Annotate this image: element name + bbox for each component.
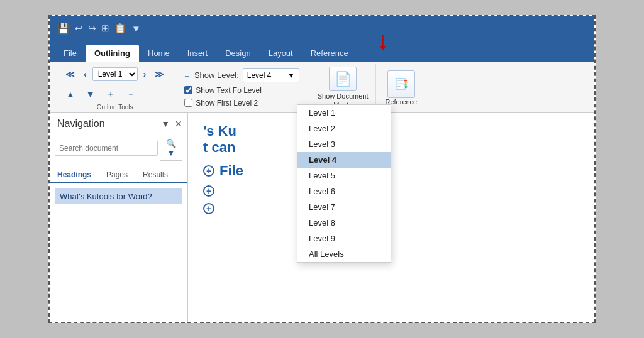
dropdown-item-all-levels[interactable]: All Levels: [297, 246, 391, 262]
dropdown-item-level6[interactable]: Level 6: [297, 183, 391, 199]
nav-content: What's Kutools for Word?: [50, 183, 187, 209]
expand-btn[interactable]: ＋: [103, 87, 119, 101]
nav-close-btn[interactable]: ✕: [175, 119, 182, 129]
redo-icon[interactable]: ↪: [88, 23, 96, 34]
demote-btn[interactable]: ›: [140, 67, 150, 81]
doc-plus-item-2: +: [203, 185, 579, 197]
dropdown-item-level1[interactable]: Level 1: [297, 105, 391, 121]
dropdown-item-level3[interactable]: Level 3: [297, 136, 391, 152]
nav-header-btns: ▼ ✕: [161, 119, 182, 129]
move-down-btn[interactable]: ▼: [82, 88, 99, 101]
search-input[interactable]: [55, 141, 158, 156]
more-icon[interactable]: ▼: [131, 23, 141, 34]
move-row: ▲ ▼ ＋ －: [62, 87, 139, 101]
nav-tab-headings[interactable]: Headings: [50, 167, 99, 183]
dropdown-item-level8[interactable]: Level 8: [297, 215, 391, 231]
save-icon[interactable]: 💾: [57, 23, 70, 35]
doc-file-text: File: [219, 163, 243, 179]
nav-tab-pages[interactable]: Pages: [99, 167, 135, 182]
level-nav-row: ≪ ‹ Level 1 Level 2 › ≫: [62, 67, 167, 81]
show-first-level2-label: Show First Level 2: [196, 99, 258, 107]
show-document-label: Show Document: [318, 92, 369, 100]
outline-nav-group: ≪ ‹ Level 1 Level 2 › ≫ ▲ ▼ ＋ － Outline …: [56, 64, 174, 111]
move-up-btn[interactable]: ▲: [62, 88, 79, 101]
show-level-icon: ≡: [184, 70, 189, 80]
promote-btn[interactable]: ‹: [80, 67, 90, 81]
tab-home[interactable]: Home: [139, 45, 179, 62]
tab-reference[interactable]: Reference: [302, 45, 357, 62]
search-row: 🔍▼: [50, 133, 187, 163]
clipboard-icon[interactable]: 📋: [114, 23, 126, 34]
show-level-label: Show Level:: [194, 70, 239, 80]
doc-heading-2: t can: [203, 139, 579, 156]
tab-outlining[interactable]: Outlining: [86, 45, 139, 62]
dropdown-item-level2[interactable]: Level 2: [297, 121, 391, 136]
undo-icon[interactable]: ↩: [75, 23, 83, 34]
dropdown-item-level4[interactable]: Level 4: [297, 152, 391, 168]
show-text-fo-checkbox[interactable]: [184, 86, 192, 94]
demote-max-btn[interactable]: ≫: [152, 67, 167, 81]
layout-icon[interactable]: ⊞: [101, 23, 109, 34]
dropdown-item-level5[interactable]: Level 5: [297, 168, 391, 183]
tab-file[interactable]: File: [55, 45, 86, 62]
tab-layout[interactable]: Layout: [260, 45, 302, 62]
tab-insert[interactable]: Insert: [179, 45, 217, 62]
collapse-btn[interactable]: －: [123, 87, 139, 101]
nav-heading-item[interactable]: What's Kutools for Word?: [55, 188, 182, 204]
show-text-fo-label: Show Text Fo Level: [196, 86, 262, 95]
doc-expand-btn-2[interactable]: +: [203, 185, 214, 197]
show-first-level2-checkbox[interactable]: [184, 99, 192, 107]
nav-dropdown-btn[interactable]: ▼: [161, 119, 170, 129]
navigation-panel: Navigation ▼ ✕ 🔍▼ Headings Pages Results…: [50, 113, 188, 322]
nav-header: Navigation ▼ ✕: [50, 118, 187, 133]
level-select[interactable]: Level 1 Level 2: [92, 67, 138, 81]
promote-max-btn[interactable]: ≪: [62, 67, 78, 81]
show-level-arrow-icon: ▼: [287, 71, 295, 80]
titlebar: 💾 ↩ ↪ ⊞ 📋 ▼: [50, 16, 594, 40]
nav-tabs-row: Headings Pages Results: [50, 167, 187, 183]
nav-tab-results[interactable]: Results: [135, 167, 175, 182]
ribbon-tabs: File Outlining Home Insert Design Layout…: [50, 40, 594, 62]
search-btn[interactable]: 🔍▼: [160, 136, 182, 161]
show-first-level2-row: Show First Level 2: [184, 99, 299, 107]
dropdown-item-level9[interactable]: Level 9: [297, 231, 391, 246]
nav-title: Navigation: [57, 118, 105, 129]
outline-tools-label: Outline Tools: [97, 101, 133, 111]
doc-area: 's Ku t can + File + +: [188, 113, 594, 322]
show-level-dropdown-btn[interactable]: Level 4 ▼: [243, 68, 299, 82]
doc-heading-1: 's Ku: [203, 123, 579, 139]
tab-design[interactable]: Design: [216, 45, 259, 62]
word-window: 💾 ↩ ↪ ⊞ 📋 ▼ ↓ File Outlining Home Insert…: [48, 15, 596, 323]
show-level-group: ≡ Show Level: Level 4 ▼ Show Text Fo Lev…: [178, 64, 306, 111]
doc-plus-item: + File: [203, 163, 579, 179]
show-level-value: Level 4: [247, 71, 272, 80]
level-dropdown-overlay: Level 1 Level 2 Level 3 Level 4 Level 5 …: [297, 104, 391, 263]
show-text-fo-row: Show Text Fo Level: [184, 86, 299, 95]
doc-expand-btn[interactable]: +: [203, 165, 214, 177]
show-document-btn[interactable]: 📄: [329, 67, 357, 91]
show-level-row: ≡ Show Level: Level 4 ▼: [184, 68, 299, 82]
red-arrow: ↓: [377, 28, 389, 53]
reference-btn[interactable]: 📑: [387, 70, 415, 98]
doc-plus-item-3: +: [203, 203, 579, 214]
dropdown-item-level7[interactable]: Level 7: [297, 199, 391, 215]
doc-expand-btn-3[interactable]: +: [203, 203, 214, 214]
